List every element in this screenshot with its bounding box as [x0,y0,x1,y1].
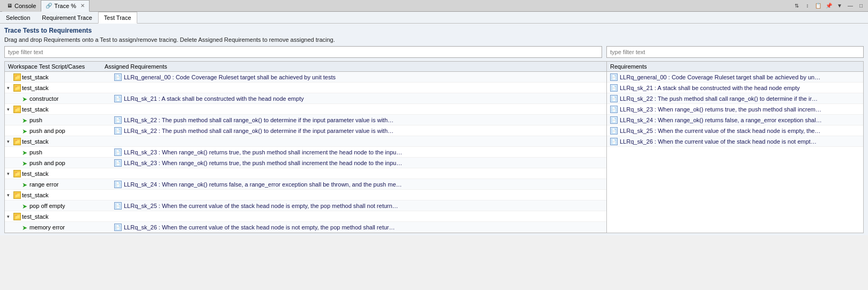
req-icon: 📄 [114,202,122,210]
folder-icon: 📁 [13,106,21,113]
table-row: ➤ push 📄 LLRq_sk_22 : The push method sh… [5,115,606,125]
req-row-text: LLRq_sk_25 : When the current value of t… [620,128,821,134]
tree-cell-right: 📄 LLRq_sk_25 : When the current value of… [112,202,606,210]
toolbar-btn-2[interactable]: ↕ [803,1,812,11]
filter-row [4,46,864,58]
req-text: LLRq_sk_23 : When range_ok() returns tru… [124,160,402,166]
secondary-tab-bar: Selection Requirement Trace Test Trace [0,12,868,24]
req-icon: 📄 [610,84,618,92]
filter-left-input[interactable] [4,46,602,58]
list-item: 📄 LLRq_general_00 : Code Coverage Rulese… [607,72,863,83]
table-row: ➤ memory error 📄 LLRq_sk_26 : When the c… [5,222,606,233]
tab-req-trace[interactable]: Requirement Trace [36,12,98,24]
tab-trace[interactable]: 🔗 Trace % ✕ [41,0,90,12]
left-pane-header: Workspace Test Script/Cases Assigned Req… [5,62,606,72]
list-item: 📄 LLRq_sk_25 : When the current value of… [607,125,863,136]
expand-arrow[interactable]: ▾ [7,214,12,219]
req-icon: 📄 [610,138,618,145]
toolbar-btn-1[interactable]: ⇅ [792,1,802,11]
node-label: test_stack [22,213,49,220]
tree-cell-left: ➤ push [5,148,112,156]
table-row: ➤ pop off empty 📄 LLRq_sk_25 : When the … [5,200,606,211]
node-label: test_stack [22,106,49,113]
close-icon[interactable]: ✕ [80,3,85,9]
req-row-text: LLRq_sk_24 : When range_ok() returns fal… [620,117,822,123]
tree-cell-left: ▾ 📁 test_stack [5,169,112,178]
filter-right-input[interactable] [606,46,864,58]
right-pane-header: Requirements [607,62,863,72]
toolbar-btn-4[interactable]: 📌 [824,1,834,11]
expand-arrow[interactable]: ▾ [7,85,12,91]
test-icon: ➤ [22,95,28,102]
tree-cell-right: 📄 LLRq_general_00 : Code Coverage Rulese… [112,73,606,81]
tree-cell-right: 📄 LLRq_sk_23 : When range_ok() returns t… [112,159,606,167]
req-row-text: LLRq_sk_23 : When range_ok() returns tru… [620,106,821,113]
req-icon: 📄 [114,73,122,81]
folder-icon: 📁 [13,213,21,220]
test-icon: ➤ [22,128,28,134]
node-label: memory error [29,224,65,230]
expand-arrow[interactable]: ▾ [7,139,12,144]
node-label: test_stack [22,74,49,80]
tree-cell-right [112,173,606,174]
req-icon: 📄 [610,73,618,81]
list-item: 📄 LLRq_sk_23 : When range_ok() returns t… [607,104,863,115]
node-label: range error [29,181,58,188]
main-content: Trace Tests to Requirements Drag and dro… [0,24,868,235]
toolbar-btn-maximize[interactable]: □ [856,1,866,11]
table-row: ▾ 📁 test_stack [5,190,606,200]
req-row-text: LLRq_sk_21 : A stack shall be constructe… [620,85,800,91]
list-item: 📄 LLRq_sk_24 : When range_ok() returns f… [607,115,863,125]
req-icon: 📄 [114,159,122,167]
tab-req-trace-label: Requirement Trace [42,14,92,21]
right-pane: Requirements 📄 LLRq_general_00 : Code Co… [607,62,863,233]
tab-selection[interactable]: Selection [0,12,36,24]
tree-cell-left: ➤ memory error [5,224,112,231]
col2-header: Assigned Requirements [105,63,603,70]
tree-cell-left: ➤ constructor [5,95,112,102]
folder-icon: 📁 [13,84,21,92]
table-row: ▾ 📁 test_stack [5,136,606,147]
toolbar-btn-5[interactable]: ▼ [835,1,844,11]
req-text: LLRq_sk_24 : When range_ok() returns fal… [124,181,402,188]
section-title: Trace Tests to Requirements [4,27,864,34]
tab-console[interactable]: 🖥 Console [2,0,41,12]
expand-arrow[interactable]: ▾ [7,107,12,112]
req-icon: 📄 [114,116,122,124]
tree-cell-right [112,87,606,88]
left-pane: Workspace Test Script/Cases Assigned Req… [5,62,607,233]
tree-cell-left: ➤ push [5,116,112,124]
tree-cell-left: ➤ push and pop [5,127,112,135]
console-icon: 🖥 [7,3,12,9]
tree-cell-left: ➤ pop off empty [5,202,112,210]
list-item: 📄 LLRq_sk_21 : A stack shall be construc… [607,83,863,93]
folder-icon: 📁 [13,191,21,199]
req-row-text: LLRq_sk_22 : The push method shall call … [620,95,818,102]
node-label: test_stack [22,85,49,91]
table-row: ▾ 📁 test_stack [5,83,606,93]
tree-cell-left: ▾ 📁 test_stack [5,137,112,146]
expand-arrow[interactable]: ▾ [7,171,12,176]
toolbar-btn-minimize[interactable]: — [845,1,855,11]
table-row: ▾ 📁 test_stack [5,104,606,115]
col1-header: Workspace Test Script/Cases [8,63,105,70]
tree-cell-right: 📄 LLRq_sk_22 : The push method shall cal… [112,127,606,135]
req-icon: 📄 [610,95,618,102]
node-label: test_stack [22,170,49,177]
table-row: ➤ constructor 📄 LLRq_sk_21 : A stack sha… [5,93,606,104]
test-icon: ➤ [22,181,28,188]
node-label: push and pop [29,160,65,166]
node-label: pop off empty [29,203,65,209]
tree-cell-right [112,216,606,217]
tree-cell-left: ▾ 📁 test_stack [5,212,112,221]
expand-arrow[interactable]: ▾ [7,192,12,198]
node-label: push and pop [29,128,65,134]
folder-icon: 📁 [13,138,21,145]
tab-test-trace[interactable]: Test Trace [98,12,137,24]
tree-cell-right: 📄 LLRq_sk_21 : A stack shall be construc… [112,94,606,103]
table-row: ▾ 📁 test_stack [5,168,606,179]
req-text: LLRq_sk_26 : When the current value of t… [124,224,395,230]
req-row-text: LLRq_general_00 : Code Coverage Ruleset … [620,74,820,80]
req-icon: 📄 [610,106,618,113]
toolbar-btn-3[interactable]: 📋 [813,1,823,11]
